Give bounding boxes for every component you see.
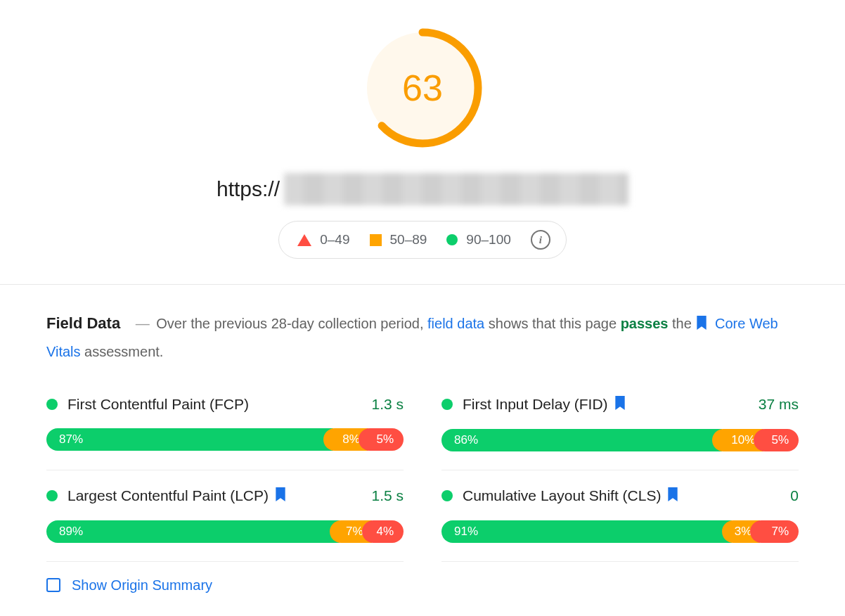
metric-value: 37 ms [759,396,799,413]
metric-value: 0 [790,487,799,504]
distribution-bar: 86%10%5% [441,429,799,451]
triangle-red-icon [297,234,311,246]
show-origin-summary[interactable]: Show Origin Summary [46,577,799,593]
status-dot-good-icon [46,490,58,501]
show-origin-summary-label: Show Origin Summary [72,577,212,593]
distribution-bar: 89%7%4% [46,520,404,543]
square-orange-icon [370,234,382,246]
bookmark-icon [695,317,712,333]
legend-good: 90–100 [446,232,510,248]
metric-card: First Input Delay (FID)37 ms86%10%5% [441,379,799,470]
dist-good: 87% [46,428,333,451]
dist-good: 91% [441,520,732,543]
field-data-title: Field Data [46,314,120,332]
metric-card: First Contentful Paint (FCP)1.3 s87%8%5% [46,379,404,470]
dist-poor: 4% [362,520,404,543]
metric-card: Cumulative Layout Shift (CLS)091%3%7% [441,470,799,562]
tested-url: https:// [0,173,845,205]
status-dot-good-icon [441,490,453,501]
score-value: 63 [363,28,482,148]
metric-name: First Contentful Paint (FCP) [67,396,249,413]
legend-poor: 0–49 [297,232,349,248]
metric-value: 1.3 s [371,396,404,413]
bookmark-icon [666,487,679,505]
metric-card: Largest Contentful Paint (LCP)1.5 s89%7%… [46,470,404,562]
url-redacted [284,173,628,205]
dist-poor: 7% [750,520,799,543]
metric-name: Cumulative Layout Shift (CLS) [463,487,679,505]
dash: — [136,316,150,331]
checkbox-unchecked-icon[interactable] [46,578,60,592]
field-data-link[interactable]: field data [427,316,484,331]
field-data-summary: Field Data — Over the previous 28-day co… [46,309,799,365]
distribution-bar: 87%8%5% [46,428,404,451]
distribution-bar: 91%3%7% [441,520,799,543]
dist-good: 86% [441,429,722,451]
passes-text: passes [621,316,669,331]
status-dot-good-icon [441,399,453,410]
score-legend: 0–49 50–89 90–100 [278,221,567,259]
metric-name: First Input Delay (FID) [463,396,626,413]
circle-green-icon [446,234,458,245]
score-header: 63 https:// 0–49 50–89 90–100 [0,0,845,285]
dist-poor: 5% [359,428,404,451]
dist-poor: 5% [754,429,799,451]
metric-name: Largest Contentful Paint (LCP) [67,487,287,505]
url-prefix: https:// [217,177,280,201]
metric-value: 1.5 s [371,487,404,504]
status-dot-good-icon [46,399,58,410]
bookmark-icon [274,487,287,505]
legend-average: 50–89 [370,232,427,248]
info-icon[interactable] [531,230,550,250]
bookmark-icon [614,396,626,413]
score-gauge: 63 [363,28,482,148]
dist-good: 89% [46,520,340,543]
